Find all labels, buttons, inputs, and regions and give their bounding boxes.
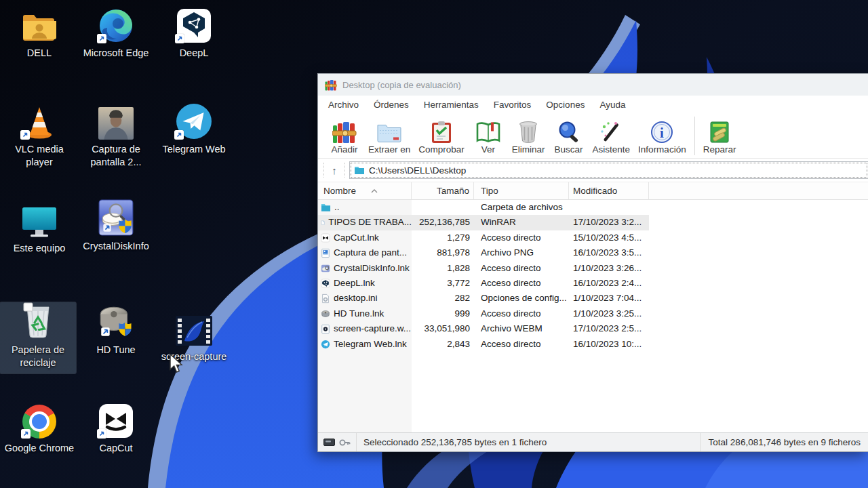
test-button[interactable]: Comprobar xyxy=(414,114,469,158)
folder-icon xyxy=(376,121,402,144)
shortcut-arrow-icon xyxy=(174,130,184,140)
status-bar: Seleccionado 252,136,785 bytes en 1 fich… xyxy=(318,432,868,451)
key-icon xyxy=(339,439,351,447)
desktop-icon-deepl[interactable]: DeepL xyxy=(156,5,232,60)
deepl-icon xyxy=(176,5,212,43)
file-row-deepl[interactable]: DeepL.lnk 3,772 Acceso directo 16/10/202… xyxy=(318,276,868,291)
file-row-telegram[interactable]: Telegram Web.lnk 2,843 Acceso directo 16… xyxy=(318,337,868,352)
toolbar-separator xyxy=(694,117,695,155)
toolbar: Añadir Extraer en xyxy=(318,114,868,159)
find-button[interactable]: Buscar xyxy=(549,114,589,158)
video-film-icon xyxy=(175,309,213,347)
vlc-cone-icon xyxy=(22,102,57,140)
telegram-icon xyxy=(176,102,212,140)
mouse-cursor xyxy=(169,353,184,373)
desktop-icon-label: DELL xyxy=(27,47,52,60)
open-book-icon xyxy=(476,121,500,144)
desktop-icon-edge[interactable]: Microsoft Edge xyxy=(78,5,154,60)
menu-ayuda[interactable]: Ayuda xyxy=(592,96,633,114)
file-row-screen-capture[interactable]: screen-capture.w... 33,051,980 Archivo W… xyxy=(318,321,868,336)
address-bar: ↑ C:\Users\DELL\Desktop xyxy=(318,159,868,182)
menu-opciones[interactable]: Opciones xyxy=(538,96,592,114)
crystaldiskinfo-file-icon xyxy=(321,264,330,273)
desktop-icon-screen-capture[interactable]: screen-capture xyxy=(156,309,232,363)
user-folder-icon xyxy=(22,5,57,43)
menu-herramientas[interactable]: Herramientas xyxy=(416,96,486,114)
window-titlebar[interactable]: Desktop (copia de evaluación) xyxy=(318,74,868,96)
desktop-icon-hdtune[interactable]: HD Tune xyxy=(78,302,154,357)
column-header-modified[interactable]: Modificado xyxy=(569,182,649,199)
status-icons xyxy=(318,433,357,451)
column-headers: Nombre Tamaño Tipo Modificado xyxy=(318,182,868,200)
disk-icon xyxy=(323,439,335,446)
file-row-captura[interactable]: Captura de pant... 881,978 Archivo PNG 1… xyxy=(318,245,868,260)
hdtune-file-icon xyxy=(321,309,330,319)
address-path: C:\Users\DELL\Desktop xyxy=(369,165,466,176)
photo-thumbnail-icon xyxy=(98,102,134,140)
desktop-icon-capcut[interactable]: CapCut xyxy=(78,401,154,455)
desktop-icon-label: HD Tune xyxy=(96,344,135,357)
desktop-icon-captura[interactable]: Captura de pantalla 2... xyxy=(78,102,154,169)
file-row-hdtune[interactable]: HD Tune.lnk 999 Acceso directo 1/10/2023… xyxy=(318,306,868,321)
hard-drive-icon xyxy=(97,302,135,340)
info-button[interactable]: i Información xyxy=(634,114,690,158)
desktop-icon-crystaldiskinfo[interactable]: CrystalDiskInfo xyxy=(78,199,154,253)
deepl-file-icon xyxy=(321,279,330,288)
crystaldiskinfo-icon xyxy=(98,199,134,237)
info-circle-icon: i xyxy=(650,121,673,144)
shortcut-arrow-icon xyxy=(21,429,31,439)
column-header-type[interactable]: Tipo xyxy=(474,182,569,199)
desktop-icon-este-equipo[interactable]: Este equipo xyxy=(1,201,77,255)
folder-small-icon xyxy=(354,165,365,175)
desktop-icon-papelera[interactable]: Papelera de reciclaje xyxy=(0,302,76,373)
view-button[interactable]: Ver xyxy=(469,114,508,158)
desktop-icon-label: CrystalDiskInfo xyxy=(83,240,149,253)
address-combobox[interactable]: C:\Users\DELL\Desktop xyxy=(349,161,868,179)
file-row-tipos-de-trabajo[interactable]: TIPOS DE TRABA... 252,136,785 WinRAR 17/… xyxy=(318,215,649,230)
winrar-books-icon xyxy=(332,121,357,144)
clipboard-check-icon xyxy=(431,121,452,144)
file-rows: .. Carpeta de archivos TIPOS DE TRABA...… xyxy=(318,200,868,352)
add-button[interactable]: Añadir xyxy=(325,114,364,158)
desktop-icon-label: Este equipo xyxy=(14,242,66,255)
webm-file-icon xyxy=(321,324,330,334)
desktop-icon-label: CapCut xyxy=(99,442,132,455)
extract-button[interactable]: Extraer en xyxy=(364,114,414,158)
menu-archivo[interactable]: Archivo xyxy=(321,96,366,114)
file-row-capcut[interactable]: CapCut.lnk 1,279 Acceso directo 15/10/20… xyxy=(318,230,868,245)
menu-ordenes[interactable]: Órdenes xyxy=(366,96,416,114)
desktop-icon-label: Telegram Web xyxy=(162,143,225,156)
file-row-desktop-ini[interactable]: desktop.ini 282 Opciones de config... 1/… xyxy=(318,291,868,306)
capcut-file-icon xyxy=(321,233,330,243)
repair-toolbox-icon xyxy=(709,121,730,144)
png-image-icon xyxy=(321,248,330,258)
column-header-size[interactable]: Tamaño xyxy=(412,182,474,199)
up-folder-button[interactable]: ↑ xyxy=(323,163,345,178)
winrar-window: Desktop (copia de evaluación) Archivo Ór… xyxy=(317,73,868,452)
computer-monitor-icon xyxy=(20,201,58,239)
shortcut-arrow-icon xyxy=(175,34,184,43)
file-row-up[interactable]: .. Carpeta de archivos xyxy=(318,200,868,215)
menu-favoritos[interactable]: Favoritos xyxy=(486,96,539,114)
desktop-icon-telegram[interactable]: Telegram Web xyxy=(156,102,232,156)
column-header-name[interactable]: Nombre xyxy=(318,182,412,199)
desktop-icon-chrome[interactable]: Google Chrome xyxy=(1,401,77,455)
status-selected-text: Seleccionado 252,136,785 bytes en 1 fich… xyxy=(357,437,700,447)
file-row-crystaldiskinfo[interactable]: CrystalDiskInfo.lnk 1,828 Acceso directo… xyxy=(318,261,868,276)
sort-ascending-icon xyxy=(371,189,378,193)
edge-icon xyxy=(98,5,134,43)
desktop-icon-label: Papelera de reciclaje xyxy=(1,344,75,369)
wizard-button[interactable]: Asistente xyxy=(589,114,635,158)
repair-button[interactable]: Reparar xyxy=(699,114,741,158)
shortcut-arrow-icon xyxy=(97,429,106,439)
shortcut-arrow-icon xyxy=(97,34,106,43)
desktop-icon-dell[interactable]: DELL xyxy=(1,5,77,60)
shortcut-arrow-icon xyxy=(20,130,30,140)
ini-file-icon xyxy=(321,293,330,304)
winrar-app-icon xyxy=(325,79,337,91)
chrome-icon xyxy=(22,401,56,439)
desktop-icon-label: Google Chrome xyxy=(5,442,74,455)
desktop-icon-vlc[interactable]: VLC media player xyxy=(1,102,77,169)
delete-button[interactable]: Eliminar xyxy=(508,114,549,158)
magic-wand-icon xyxy=(599,121,623,144)
